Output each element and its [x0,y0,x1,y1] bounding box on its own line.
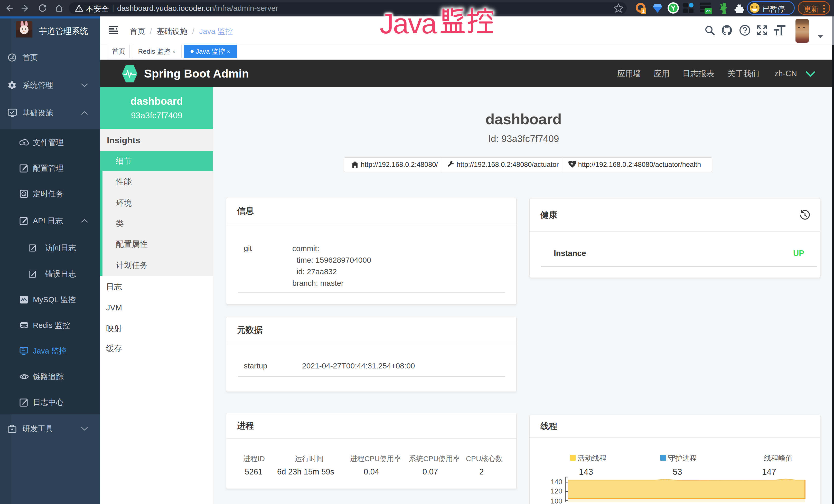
svg-text:1: 1 [642,9,645,14]
svg-text:on: on [706,9,710,13]
